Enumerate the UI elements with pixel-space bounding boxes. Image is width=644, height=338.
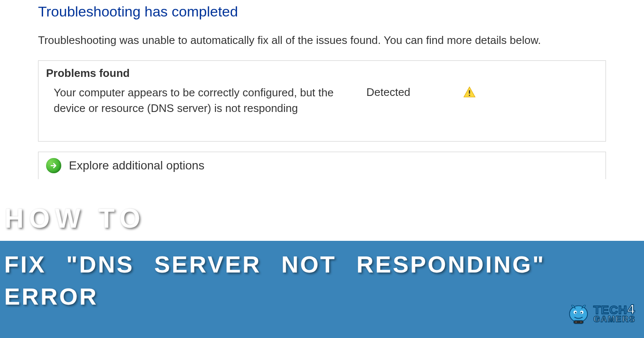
problems-found-box: Problems found Your computer appears to …	[38, 60, 606, 142]
svg-rect-7	[574, 320, 584, 324]
tech4gamers-logo: TECH4 GAMERS	[566, 301, 636, 325]
banner-headline: FIX "DNS SERVER NOT RESPONDING" ERROR	[4, 248, 636, 312]
svg-point-2	[570, 306, 588, 322]
problem-status: Detected	[366, 85, 451, 99]
explore-additional-options[interactable]: Explore additional options	[38, 152, 606, 179]
overlay-howto-text: HOW TO	[4, 203, 145, 234]
problem-row[interactable]: Your computer appears to be correctly co…	[46, 85, 598, 116]
troubleshoot-title: Troubleshooting has completed	[38, 0, 606, 33]
troubleshoot-subtitle: Troubleshooting was unable to automatica…	[38, 33, 606, 60]
explore-label: Explore additional options	[69, 159, 205, 172]
svg-point-9	[581, 322, 582, 323]
logo-brand-4: 4	[627, 303, 635, 316]
svg-rect-1	[469, 95, 470, 96]
article-title-banner: FIX "DNS SERVER NOT RESPONDING" ERROR TE…	[0, 241, 644, 338]
logo-brand-gamers: GAMERS	[593, 315, 636, 323]
warning-icon	[451, 85, 476, 99]
logo-mascot-icon	[566, 301, 591, 325]
svg-point-8	[576, 322, 577, 323]
explore-arrow-icon	[46, 158, 61, 173]
svg-rect-0	[469, 90, 470, 94]
svg-point-6	[581, 312, 582, 313]
problem-description: Your computer appears to be correctly co…	[54, 85, 366, 116]
logo-brand-tech: TECH	[593, 305, 627, 315]
problems-found-header: Problems found	[46, 67, 598, 80]
svg-point-5	[575, 312, 577, 313]
logo-text: TECH4 GAMERS	[593, 303, 636, 323]
